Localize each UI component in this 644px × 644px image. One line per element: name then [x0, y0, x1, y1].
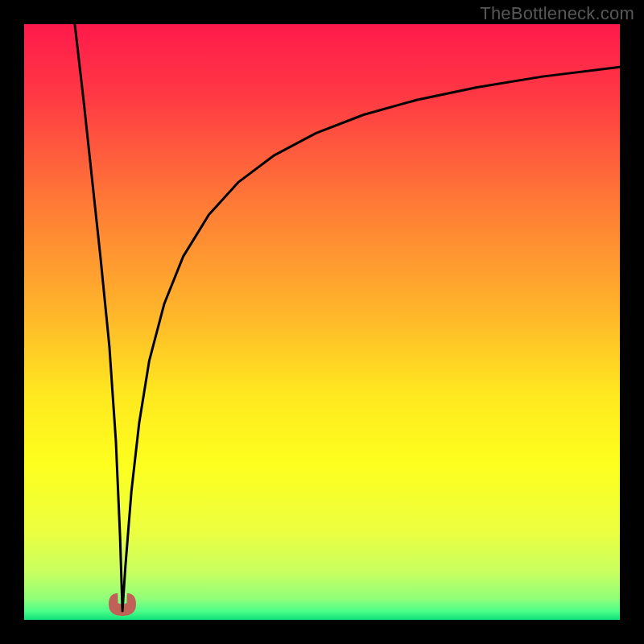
chart-container: TheBottleneck.com	[0, 0, 644, 644]
plot-svg	[24, 24, 620, 620]
gradient-background	[24, 24, 620, 620]
plot-frame	[24, 24, 620, 620]
watermark-label: TheBottleneck.com	[480, 3, 634, 24]
